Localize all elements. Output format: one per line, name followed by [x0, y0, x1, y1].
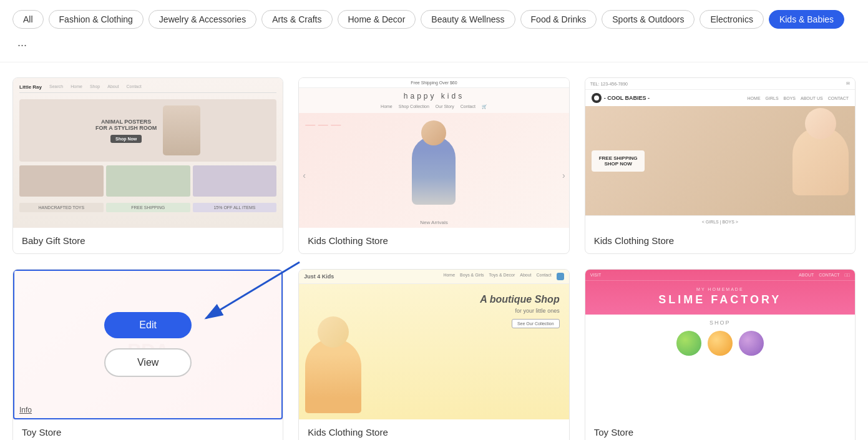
card-thumbnail: Little Ray Search Home Shop About Contac… [13, 78, 283, 228]
slime-orange [708, 331, 733, 356]
card-thumbnail: MYBDA Edit View Info [13, 270, 283, 419]
card-label: Toy Store [13, 419, 283, 440]
info-link[interactable]: Info [19, 406, 32, 414]
card-label: Kids Clothing Store [299, 419, 568, 440]
card-kids-clothing-3[interactable]: Just 4 Kids Home Boys & Girls Toys & Dec… [298, 269, 569, 440]
filter-arts[interactable]: Arts & Crafts [261, 10, 332, 29]
filter-all[interactable]: All [12, 10, 44, 29]
filter-sports[interactable]: Sports & Outdoors [602, 10, 695, 29]
card-thumbnail: Just 4 Kids Home Boys & Girls Toys & Dec… [299, 270, 568, 419]
filter-home[interactable]: Home & Decor [338, 10, 416, 29]
filter-kids[interactable]: Kids & Babies [769, 10, 844, 29]
card-label: Kids Clothing Store [585, 228, 855, 253]
card-thumbnail: TEL: 123-456-7890 ✉ - COOL BABIES - HOME… [585, 78, 855, 228]
card-kids-clothing-2[interactable]: TEL: 123-456-7890 ✉ - COOL BABIES - HOME… [585, 77, 856, 254]
filter-bar: All Fashion & Clothing Jewelry & Accesso… [0, 0, 868, 62]
filter-electronics[interactable]: Electronics [700, 10, 763, 29]
card-overlay: Edit View [13, 270, 283, 419]
card-thumbnail: Free Shipping Over $60 happy kids Home S… [299, 78, 568, 228]
card-label: Baby Gift Store [13, 228, 283, 253]
filter-food[interactable]: Food & Drinks [520, 10, 597, 29]
filter-more-button[interactable]: ... [12, 34, 32, 52]
card-label: Kids Clothing Store [299, 228, 568, 253]
filter-beauty[interactable]: Beauty & Wellness [421, 10, 515, 29]
slime-green [676, 331, 701, 356]
site-nav-name: Little Ray [19, 84, 42, 90]
card-kids-clothing-1[interactable]: Free Shipping Over $60 happy kids Home S… [298, 77, 569, 254]
card-baby-gift-store[interactable]: Little Ray Search Home Shop About Contac… [12, 77, 283, 254]
view-button[interactable]: View [104, 348, 192, 377]
card-hero: ANIMAL POSTERS FOR A STYLISH ROOM Shop N… [19, 99, 276, 162]
card-thumbnail: VISIT ABOUT CONTACT □□ MY HOMEMADE SLIME… [585, 270, 855, 419]
card-toy-store-1[interactable]: MYBDA Edit View Info Toy Store [12, 269, 283, 440]
card-label: Toy Store [585, 419, 855, 440]
filter-jewelry[interactable]: Jewelry & Accessories [149, 10, 256, 29]
slime-purple [739, 331, 764, 356]
filter-fashion[interactable]: Fashion & Clothing [49, 10, 144, 29]
card-toy-store-2[interactable]: VISIT ABOUT CONTACT □□ MY HOMEMADE SLIME… [585, 269, 856, 440]
template-grid: Little Ray Search Home Shop About Contac… [0, 62, 868, 440]
edit-button[interactable]: Edit [104, 312, 192, 338]
